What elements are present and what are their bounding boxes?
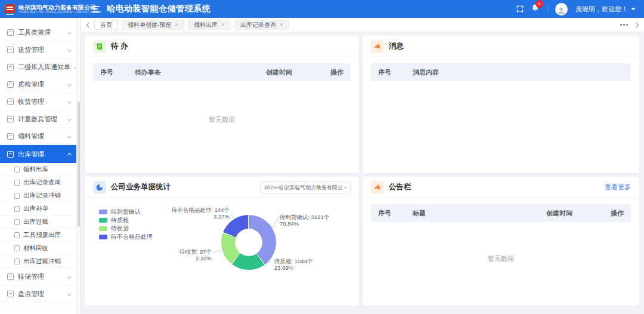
- avatar[interactable]: [555, 3, 568, 16]
- sidebar-subitem-tool-scrap-outbound[interactable]: 工具报废出库: [0, 229, 76, 242]
- receiving-icon: [7, 98, 14, 105]
- sidebar-item-label: 收货管理: [18, 97, 44, 106]
- close-icon[interactable]: ×: [175, 22, 178, 28]
- doc-icon: [14, 245, 20, 251]
- tab-outbound-record-query[interactable]: 出库记录查询 ×: [234, 20, 289, 30]
- tab-home[interactable]: 首页: [94, 20, 118, 30]
- notice-table-header: 序号 标题 创建时间 操作: [371, 204, 631, 222]
- column-header: 操作: [317, 68, 343, 77]
- chevron-up-icon: [67, 153, 72, 157]
- column-header: 待办事务: [135, 68, 266, 77]
- chevron-down-icon: [67, 47, 72, 51]
- legend-label: 待到货确认: [111, 208, 141, 216]
- legend-chip: [99, 226, 107, 231]
- tab-bar: 首页 领料单创建-预留 × 领料出库 × 出库记录查询 ×: [81, 18, 644, 32]
- notification-bell[interactable]: 0: [531, 4, 539, 14]
- empty-state: 暂无数据: [363, 254, 639, 263]
- doc-icon: [14, 167, 20, 173]
- sidebar-subitem-label: 领料出库: [23, 165, 48, 174]
- column-header: 创建时间: [266, 68, 317, 77]
- donut-chart: [221, 215, 276, 270]
- tabs-back-icon[interactable]: [86, 22, 91, 27]
- legend-chip: [99, 210, 107, 214]
- legend-label: 待收货: [111, 224, 129, 233]
- tab-material-request-create[interactable]: 领料单创建-预留 ×: [122, 20, 184, 30]
- legend-label: 待不合格品处理: [111, 233, 153, 241]
- sidebar-scrollbar-track[interactable]: [76, 18, 80, 314]
- column-header: 标题: [413, 209, 546, 218]
- sidebar-item-tools[interactable]: 工具类管理: [0, 24, 76, 41]
- sidebar-item-measuring[interactable]: 计量器具管理: [0, 110, 76, 128]
- sidebar-subitem-posting-reversal[interactable]: 出库过账冲销: [0, 255, 76, 268]
- topbar-divider: [547, 5, 547, 13]
- sidebar: 工具类管理 送货管理 二级库入库通知单 质检管理 收货管理 计量器具管理 领料管…: [0, 18, 76, 314]
- todo-table-header: 序号 待办事务 创建时间 操作: [93, 63, 351, 81]
- close-icon[interactable]: ×: [221, 22, 225, 28]
- collapse-sidebar-icon[interactable]: [92, 6, 100, 13]
- sidebar-item-label: 盘点管理: [18, 290, 44, 298]
- sidebar-subitem-outbound-record-reversal[interactable]: 出库记录冲销: [0, 189, 76, 202]
- more-tabs-icon[interactable]: [623, 24, 625, 26]
- tab-material-outbound[interactable]: 领料出库 ×: [188, 20, 231, 30]
- sidebar-item-label: 出库管理: [18, 150, 44, 159]
- chevron-down-icon: [67, 99, 72, 103]
- user-menu[interactable]: 庞晓明，欢迎您！: [575, 5, 636, 14]
- tools-icon: [7, 29, 14, 36]
- outbound-icon: [7, 151, 14, 158]
- legend-chip: [99, 218, 107, 223]
- company-select-value: 207A-哈尔滨电气动力装备有限公: [264, 184, 342, 192]
- chevron-down-icon: [67, 274, 72, 278]
- sidebar-item-label: 送货管理: [18, 45, 44, 54]
- inbound-notice-icon: [7, 64, 14, 70]
- sidebar-item-label: 质检管理: [18, 80, 44, 89]
- doc-icon: [14, 232, 20, 238]
- measuring-tools-icon: [7, 116, 14, 122]
- sidebar-scrollbar-thumb[interactable]: [78, 101, 80, 227]
- sidebar-subitem-outbound-posting[interactable]: 出库过账: [0, 216, 76, 229]
- main-area: 首页 领料单创建-预留 × 领料出库 × 出库记录查询 × 待 办 序: [81, 18, 644, 314]
- donut-hole: [235, 229, 262, 256]
- sidebar-item-material-request[interactable]: 领料管理: [0, 128, 76, 145]
- column-header: 序号: [378, 68, 413, 77]
- view-more-link[interactable]: 查看更多: [605, 183, 631, 192]
- dashboard: 待 办 序号 待办事务 创建时间 操作 暂无数据 消息 序号 消息内容: [81, 32, 644, 314]
- column-header: 消息内容: [413, 68, 624, 77]
- sidebar-item-inbound-notice[interactable]: 二级库入库通知单: [0, 59, 76, 76]
- sidebar-item-outbound[interactable]: 出库管理: [0, 145, 76, 163]
- sidebar-item-stocktake[interactable]: 盘点管理: [0, 285, 76, 303]
- tab-label: 领料出库: [194, 21, 218, 29]
- chevron-down-icon: [631, 8, 636, 13]
- sidebar-subitem-label: 出库记录查询: [23, 178, 61, 187]
- message-card: 消息 序号 消息内容: [363, 36, 639, 173]
- legend-item[interactable]: 待不合格品处理: [99, 234, 153, 239]
- legend-item[interactable]: 待收货: [99, 226, 153, 231]
- sidebar-subitem-outbound-record-query[interactable]: 出库记录查询: [0, 176, 76, 189]
- stocktake-icon: [7, 291, 14, 297]
- sidebar-item-receiving[interactable]: 收货管理: [0, 93, 76, 110]
- sidebar-item-quality[interactable]: 质检管理: [0, 76, 76, 93]
- chart-label-receiving: 待收货: 97个2.20%: [135, 248, 212, 261]
- notice-card: 公告栏 查看更多 序号 标题 创建时间 操作 暂无数据: [363, 177, 639, 306]
- company-select[interactable]: 207A-哈尔滨电气动力装备有限公: [260, 181, 351, 193]
- user-greeting: 庞晓明，欢迎您！: [575, 5, 628, 14]
- legend-label: 待质检: [111, 216, 129, 224]
- tab-label: 领料单创建-预留: [128, 21, 171, 29]
- donut-chart-area: 待到货确认 待质检 待收货 待不合格品处理: [85, 198, 359, 306]
- doc-icon: [14, 206, 20, 212]
- sidebar-subitem-material-recycle[interactable]: 材料回收: [0, 242, 76, 255]
- column-header: 创建时间: [546, 209, 597, 218]
- tabs-forward-icon[interactable]: [634, 22, 639, 27]
- sidebar-item-delivery[interactable]: 送货管理: [0, 41, 76, 59]
- sidebar-item-transfer[interactable]: 转储管理: [0, 268, 76, 285]
- doc-icon: [14, 180, 20, 186]
- sidebar-subitem-label: 出库过账: [23, 218, 48, 226]
- announcement-icon: [371, 181, 384, 194]
- tab-label: 出库记录查询: [240, 21, 276, 29]
- sidebar-subitem-material-outbound[interactable]: 领料出库: [0, 163, 76, 176]
- sidebar-item-label: 计量器具管理: [18, 115, 57, 124]
- close-icon[interactable]: ×: [280, 22, 283, 28]
- sidebar-subitem-outbound-supplement[interactable]: 出库补单: [0, 202, 76, 216]
- fullscreen-icon[interactable]: [516, 5, 524, 13]
- chevron-down-icon: [343, 185, 347, 189]
- empty-state: 暂无数据: [85, 115, 359, 124]
